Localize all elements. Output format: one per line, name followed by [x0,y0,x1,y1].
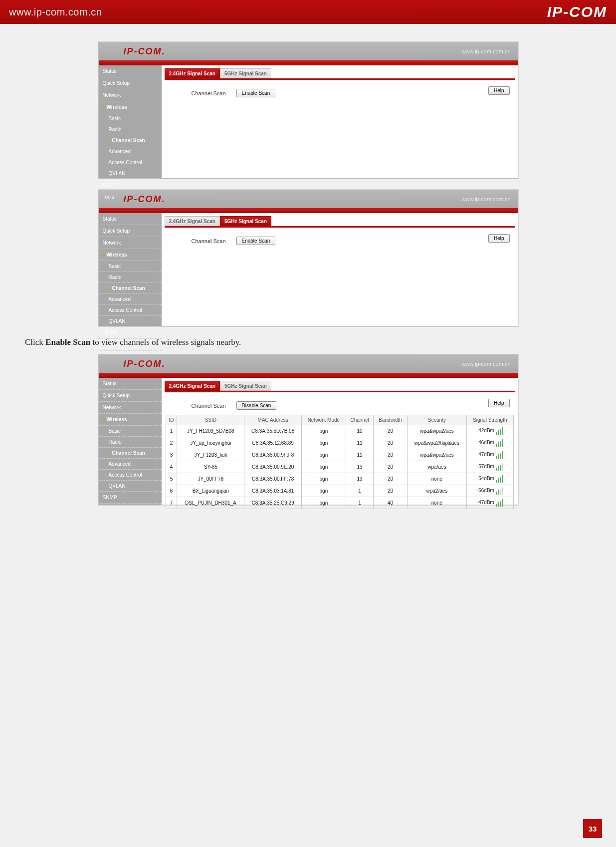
help-button[interactable]: Help [488,234,510,243]
cell-security: none [407,497,466,509]
sidebar-item-network[interactable]: Network [99,237,162,249]
sidebar-item-status[interactable]: Status [99,378,162,390]
sidebar-item-basic[interactable]: Basic [99,113,162,124]
signal-bars-icon [496,439,503,447]
sidebar-item-radio[interactable]: Radio [99,272,162,283]
sidebar-item-qvlan[interactable]: QVLAN [99,168,162,179]
cell-mac: C8:3A:35:03:1A:81 [244,485,302,497]
sidebar-item-radio[interactable]: Radio [99,437,162,448]
sidebar-item-channel-scan[interactable]: ▸Channel Scan [99,135,162,146]
tab-underline [165,78,515,80]
sidebar-item-radio[interactable]: Radio [99,124,162,135]
cell-signal: -46dBm [467,437,513,449]
sidebar-item-network[interactable]: Network [99,89,162,101]
sidebar-item-qvlan[interactable]: QVLAN [99,481,162,492]
cell-channel: 10 [346,425,374,437]
sidebar-item-qvlan[interactable]: QVLAN [99,316,162,327]
sidebar-item-advanced[interactable]: Advanced [99,459,162,470]
tab-5ghz[interactable]: 5GHz Signal Scan [220,68,271,78]
sidebar-item-snmp[interactable]: SNMP [99,492,162,504]
sidebar-item-access-control[interactable]: Access Control [99,470,162,481]
sidebar-item-status[interactable]: Status [99,65,162,77]
cell-id: 5 [166,473,177,485]
brand-logo: IP-COM. [124,194,166,205]
help-button[interactable]: Help [488,399,510,407]
sidebar-item-advanced[interactable]: Advanced [99,146,162,157]
cell-channel: 1 [346,497,374,509]
table-row: 4SY-85C8:3A:35:00:9E:20bgn1320wpa/aes-57… [166,461,513,473]
cell-mac: C8:3A:35:00:FF:78 [244,473,302,485]
disable-scan-button[interactable]: Disable Scan [236,401,277,410]
cell-mac: C8:3A:35:12:68:89 [244,437,302,449]
sidebar-item-quick-setup[interactable]: Quick Setup [99,225,162,237]
cell-signal: -47dBm [467,497,513,509]
cell-ssid: JY_00FF78 [177,473,244,485]
sidebar-item-wireless[interactable]: ▸Wireless [99,101,162,113]
enable-scan-button[interactable]: Enable Scan [236,89,276,97]
panel-url: www.ip-com.com.cn [462,48,511,54]
screenshot-panel-3: IP-COM. www.ip-com.com.cn Status Quick S… [98,354,518,505]
cell-id: 2 [166,437,177,449]
sidebar-item-channel-scan[interactable]: ▸Channel Scan [99,283,162,294]
cell-mac: C8:3A:35:00:9E:20 [244,461,302,473]
tab-24ghz[interactable]: 2.4GHz Signal Scan [165,68,220,78]
channel-scan-label: Channel Scan [192,403,236,409]
sidebar-item-quick-setup[interactable]: Quick Setup [99,390,162,402]
cell-id: 6 [166,485,177,497]
accent-bar [99,60,518,65]
accent-bar [99,373,518,378]
cell-mode: bgn [302,473,346,485]
sidebar-item-wireless[interactable]: ▸Wireless [99,414,162,426]
cell-security: wpa&wpa2/aes [407,449,466,461]
tab-24ghz[interactable]: 2.4GHz Signal Scan [165,216,220,226]
cell-bandwidth: 20 [374,425,407,437]
sidebar-item-advanced[interactable]: Advanced [99,294,162,305]
cell-mode: bgn [302,461,346,473]
cell-bandwidth: 40 [374,497,407,509]
sidebar-item-quick-setup[interactable]: Quick Setup [99,77,162,89]
signal-bars-icon [496,427,503,435]
tab-24ghz[interactable]: 2.4GHz Signal Scan [165,381,220,391]
sidebar-item-wireless[interactable]: ▸Wireless [99,249,162,261]
tab-5ghz[interactable]: 5GHz Signal Scan [220,381,271,391]
help-button[interactable]: Help [488,86,510,95]
brand-logo: IP-COM. [124,46,166,57]
caret-icon: ▸ [109,451,111,456]
tab-underline [165,226,515,228]
signal-bars-icon [496,487,503,495]
cell-security: wpa2/aes [407,485,466,497]
caret-icon: ▸ [109,139,111,143]
scan-results-table: ID SSID MAC Address Network Mode Channel… [166,415,514,509]
panel-url: www.ip-com.com.cn [462,196,511,202]
caret-icon: ▸ [103,105,105,110]
sidebar-item-basic[interactable]: Basic [99,261,162,272]
tab-5ghz[interactable]: 5GHz Signal Scan [220,216,271,226]
sidebar-item-access-control[interactable]: Access Control [99,157,162,168]
signal-bars-icon [496,475,503,483]
cell-mode: bgn [302,449,346,461]
sidebar-item-channel-scan[interactable]: ▸Channel Scan [99,448,162,459]
doc-header-logo: IP-COM [547,3,607,20]
enable-scan-button[interactable]: Enable Scan [236,237,276,245]
cell-mode: bgn [302,425,346,437]
sidebar-item-status[interactable]: Status [99,213,162,225]
sidebar-item-snmp[interactable]: SNMP [99,179,162,191]
table-header-row: ID SSID MAC Address Network Mode Channel… [166,415,513,425]
table-row: 1JY_FH1203_5D7B08C8:3A:35:5D:7B:08bgn102… [166,425,513,437]
sidebar-item-access-control[interactable]: Access Control [99,305,162,316]
cell-channel: 11 [346,449,374,461]
accent-bar [99,208,518,213]
cell-mode: bgn [302,485,346,497]
cell-ssid: JY_F1203_liuli [177,449,244,461]
sidebar-item-network[interactable]: Network [99,402,162,414]
col-id: ID [166,415,177,425]
screenshot-panel-2: IP-COM. www.ip-com.com.cn Status Quick S… [98,190,518,326]
cell-id: 7 [166,497,177,509]
cell-channel: 13 [346,473,374,485]
sidebar-nav: Status Quick Setup Network ▸Wireless Bas… [99,65,162,178]
doc-header-url: www.ip-com.com.cn [9,6,102,18]
cell-ssid: JY_FH1203_5D7B08 [177,425,244,437]
col-mode: Network Mode [302,415,346,425]
sidebar-item-basic[interactable]: Basic [99,426,162,437]
cell-mode: bgn [302,437,346,449]
